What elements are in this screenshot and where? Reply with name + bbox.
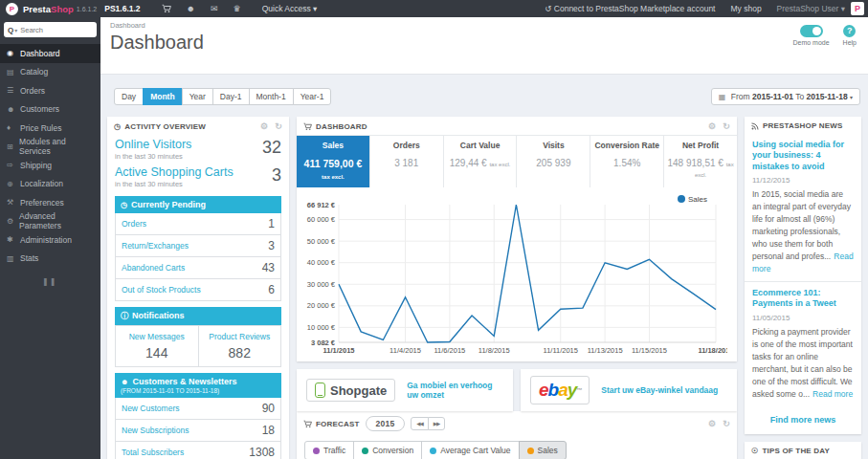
dashboard-panel-title: DASHBOARD xyxy=(316,122,367,131)
sidebar-item-stats[interactable]: ▥Stats xyxy=(0,250,100,269)
sidebar-item-dashboard[interactable]: ◉Dashboard xyxy=(0,44,100,63)
person-icon: ☻ xyxy=(121,378,128,386)
sidebar-item-advanced-parameters[interactable]: ⚙Advanced Parameters xyxy=(0,212,100,231)
search-input[interactable] xyxy=(20,26,78,34)
sidebar-item-shipping[interactable]: ⇨Shipping xyxy=(0,156,100,175)
customer-icon[interactable]: ☻ xyxy=(187,4,195,13)
demo-mode-toggle[interactable] xyxy=(800,25,823,37)
notifications-header: ⓘNotifications xyxy=(115,307,281,325)
gear-icon[interactable]: ⚙ xyxy=(260,121,268,131)
sidebar-collapse-button[interactable]: ❚❚ xyxy=(0,268,100,286)
read-more-link[interactable]: Read more xyxy=(812,389,853,399)
svg-text:11/15/2015: 11/15/2015 xyxy=(632,346,667,355)
period-year-1-button[interactable]: Year-1 xyxy=(293,88,332,105)
kpi-tab-net-profit[interactable]: Net Profit 148 918,51 € tax excl. xyxy=(664,136,737,187)
forecast-panel-title: FORECAST xyxy=(316,420,360,428)
svg-text:11/11/2015: 11/11/2015 xyxy=(544,346,578,355)
refresh-icon[interactable]: ↻ xyxy=(723,121,730,131)
new-customers-link[interactable]: New Customers xyxy=(122,404,179,413)
shopgate-ad-link[interactable]: Ga mobiel en verhoog uw omzet xyxy=(407,381,503,400)
shop-name: PS1.6.1.2 xyxy=(104,4,140,13)
kpi-tab-visits[interactable]: Visits 205 939 xyxy=(517,136,590,187)
gear-icon[interactable]: ⚙ xyxy=(708,419,716,428)
help-label: Help xyxy=(843,39,857,46)
new-customers-row: New Customers 90 xyxy=(115,398,281,420)
period-month-button[interactable]: Month xyxy=(143,88,183,105)
stats-icon: ▥ xyxy=(7,254,20,263)
period-year-button[interactable]: Year xyxy=(182,88,213,105)
help-icon[interactable]: ? xyxy=(843,25,856,37)
shopgate-ad-panel: Shopgate Ga mobiel en verhoog uw omzet xyxy=(297,369,513,411)
sales-dot-icon xyxy=(527,448,534,454)
period-month-1-button[interactable]: Month-1 xyxy=(249,88,294,105)
messages-icon[interactable]: ✉ xyxy=(211,4,218,13)
sidebar-item-catalog[interactable]: ▤Catalog xyxy=(0,63,100,82)
abandoned-carts-link[interactable]: Abandoned Carts xyxy=(122,263,185,273)
forecast-prev-button[interactable]: ◀◀ xyxy=(411,417,428,430)
sidebar-item-localization[interactable]: ⊕Localization xyxy=(0,175,100,194)
forecast-next-button[interactable]: ▶▶ xyxy=(428,417,445,430)
forecast-legend-conversion[interactable]: Conversion xyxy=(353,441,422,459)
new-subscriptions-link[interactable]: New Subscriptions xyxy=(122,426,189,435)
news-article: Using social media for your business: 4 … xyxy=(745,134,861,282)
ebay-ad-panel: ebay™ Start uw eBay-winkel vandaag xyxy=(521,369,737,411)
forecast-legend-traffic[interactable]: Traffic xyxy=(304,441,354,459)
ebay-logo: ebay™ xyxy=(530,376,590,404)
quick-access-menu[interactable]: Quick Access ▾ xyxy=(262,4,318,13)
online-visitors-value: 32 xyxy=(262,138,281,158)
gear-icon[interactable]: ⚙ xyxy=(708,121,716,131)
svg-text:Sales: Sales xyxy=(688,195,707,204)
out-of-stock-link[interactable]: Out of Stock Products xyxy=(122,285,201,295)
period-day-button[interactable]: Day xyxy=(114,88,144,105)
user-menu[interactable]: PrestaShop User ▾ xyxy=(777,4,845,13)
kpi-tab-orders[interactable]: Orders 3 181 xyxy=(370,136,444,187)
ebay-ad-link[interactable]: Start uw eBay-winkel vandaag xyxy=(601,385,718,395)
returns-link[interactable]: Return/Exchanges xyxy=(122,241,189,251)
orders-link[interactable]: Orders xyxy=(122,219,146,229)
date-range-picker[interactable]: ▦ From 2015-11-01 To 2015-11-18 ▾ xyxy=(711,88,860,105)
forecast-year: 2015 xyxy=(366,416,406,431)
new-messages-link[interactable]: New Messages xyxy=(129,332,185,341)
sidebar-item-administration[interactable]: ✱Administration xyxy=(0,230,100,250)
search-type-caret-icon[interactable]: ▾ xyxy=(14,27,17,33)
marketplace-link[interactable]: ↺ Connect to PrestaShop Marketplace acco… xyxy=(545,4,715,13)
total-subscribers-link[interactable]: Total Subscribers xyxy=(122,448,184,457)
online-visitors-link[interactable]: Online Visitors xyxy=(115,138,191,151)
clock-icon: ◷ xyxy=(114,122,121,131)
user-avatar[interactable]: P xyxy=(851,2,864,15)
sidebar-item-preferences[interactable]: ⚒Preferences xyxy=(0,193,100,212)
badges-icon[interactable]: ♛ xyxy=(234,4,241,13)
news-article-title-link[interactable]: Ecommerce 101: Payments in a Tweet xyxy=(752,288,854,310)
product-reviews-cell: Product Reviews 882 xyxy=(199,325,282,367)
news-article-title-link[interactable]: Using social media for your business: 4 … xyxy=(752,140,854,172)
kpi-tab-sales[interactable]: Sales 411 759,00 € tax excl. xyxy=(297,136,370,187)
cart-icon[interactable] xyxy=(162,4,171,13)
svg-text:20 000 €: 20 000 € xyxy=(307,301,336,310)
forecast-legend-average-cart-value[interactable]: Average Cart Value xyxy=(421,441,519,459)
kpi-tab-conversion-rate[interactable]: Conversion Rate 1.54% xyxy=(590,136,664,187)
product-reviews-link[interactable]: Product Reviews xyxy=(209,332,270,341)
active-carts-link[interactable]: Active Shopping Carts xyxy=(115,165,234,179)
refresh-icon[interactable]: ↻ xyxy=(723,419,730,428)
sidebar-item-orders[interactable]: ☰Orders xyxy=(0,81,100,100)
period-day-1-button[interactable]: Day-1 xyxy=(212,88,250,105)
find-more-news-link[interactable]: Find more news xyxy=(745,407,861,434)
shopgate-logo: Shopgate xyxy=(306,379,395,402)
sidebar-search[interactable]: Q ▾ xyxy=(4,22,97,37)
refresh-icon[interactable]: ↻ xyxy=(275,121,282,131)
pending-row-orders: Orders 1 xyxy=(115,213,281,235)
search-icon: Q xyxy=(8,26,13,34)
catalog-icon: ▤ xyxy=(7,68,20,76)
customers-newsletters-header: ☻Customers & Newsletters (FROM 2015-11-0… xyxy=(115,373,281,398)
kpi-tab-cart-value[interactable]: Cart Value 129,44 € tax excl. xyxy=(444,136,518,187)
filter-row: Day Month Year Day-1 Month-1 Year-1 ▦ Fr… xyxy=(100,75,868,105)
sidebar-item-customers[interactable]: ☻Customers xyxy=(0,100,100,120)
phone-icon xyxy=(315,382,325,398)
sidebar-item-price-rules[interactable]: ♦Price Rules xyxy=(0,119,100,138)
my-shop-link[interactable]: My shop xyxy=(730,4,761,13)
sidebar-item-modules[interactable]: ⊞Modules and Services xyxy=(0,138,100,157)
forecast-legend-sales[interactable]: Sales xyxy=(519,441,567,459)
svg-text:50 000 €: 50 000 € xyxy=(307,237,336,246)
prestashop-news-panel: PRESTASHOP NEWS Using social media for y… xyxy=(745,117,861,434)
svg-text:11/18/2015: 11/18/2015 xyxy=(698,346,727,355)
